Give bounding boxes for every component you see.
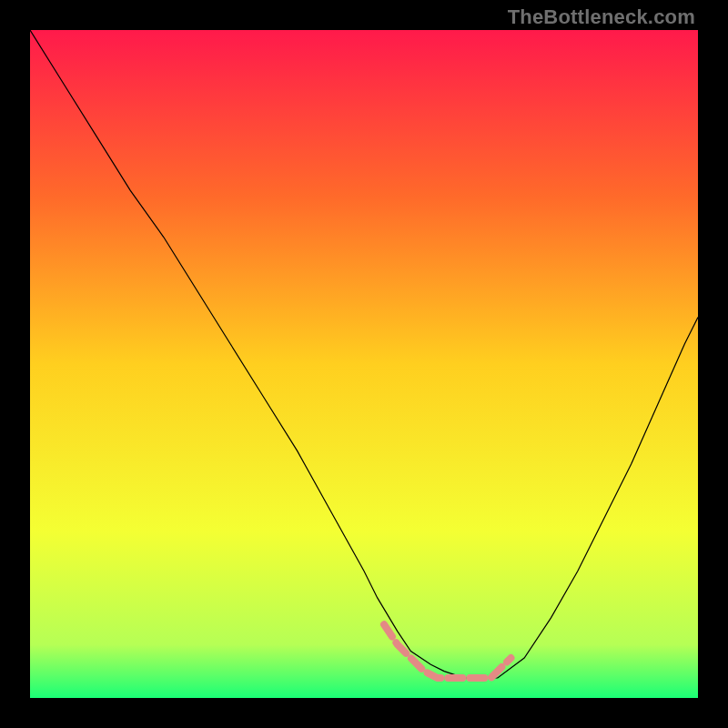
attribution-text: TheBottleneck.com [508,5,695,29]
bottleneck-chart [30,30,698,698]
chart-background [30,30,698,698]
